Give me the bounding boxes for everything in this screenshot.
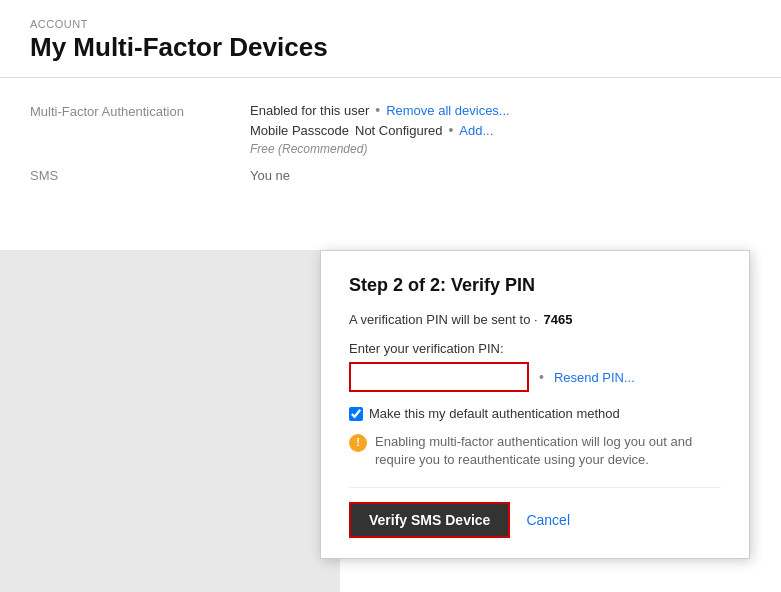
sms-note: You ne <box>250 168 290 183</box>
send-text: A verification PIN will be sent to · <box>349 312 538 327</box>
modal-footer: Verify SMS Device Cancel <box>349 487 721 538</box>
modal-title: Step 2 of 2: Verify PIN <box>349 275 721 296</box>
warning-row: ! Enabling multi-factor authentication w… <box>349 433 721 469</box>
warning-icon: ! <box>349 434 367 452</box>
page-title: My Multi-Factor Devices <box>30 32 751 63</box>
pin-input[interactable] <box>349 362 529 392</box>
overlay-background <box>0 250 340 592</box>
free-row: Free (Recommended) <box>250 142 510 156</box>
bullet-2: • <box>448 122 453 138</box>
cancel-button[interactable]: Cancel <box>526 512 570 528</box>
add-link[interactable]: Add... <box>459 123 493 138</box>
mfa-value: Enabled for this user • Remove all devic… <box>250 102 510 156</box>
default-method-checkbox[interactable] <box>349 407 363 421</box>
mobile-passcode-row: Mobile Passcode Not Configured • Add... <box>250 122 510 138</box>
sms-row: SMS You ne <box>30 168 751 183</box>
pin-number: 7465 <box>544 312 573 327</box>
page-header: ACCOUNT My Multi-Factor Devices <box>0 0 781 78</box>
remove-all-link[interactable]: Remove all devices... <box>386 103 510 118</box>
sms-label: SMS <box>30 168 250 183</box>
mobile-passcode-label: Mobile Passcode <box>250 123 349 138</box>
account-label: ACCOUNT <box>30 18 751 30</box>
warning-text: Enabling multi-factor authentication wil… <box>375 433 721 469</box>
mfa-status: Enabled for this user <box>250 103 369 118</box>
not-configured-status: Not Configured <box>355 123 442 138</box>
bullet-1: • <box>375 102 380 118</box>
verify-sms-button[interactable]: Verify SMS Device <box>349 502 510 538</box>
main-content: Multi-Factor Authentication Enabled for … <box>0 78 781 215</box>
pin-send-row: A verification PIN will be sent to · 746… <box>349 312 721 327</box>
pin-input-row: • Resend PIN... <box>349 362 721 392</box>
mfa-label: Multi-Factor Authentication <box>30 102 250 119</box>
mfa-row: Multi-Factor Authentication Enabled for … <box>30 102 751 156</box>
bullet-3: • <box>539 369 544 385</box>
default-method-row: Make this my default authentication meth… <box>349 406 721 421</box>
free-label: Free (Recommended) <box>250 142 367 156</box>
verify-pin-modal: Step 2 of 2: Verify PIN A verification P… <box>320 250 750 559</box>
enter-pin-label: Enter your verification PIN: <box>349 341 721 356</box>
default-method-label: Make this my default authentication meth… <box>369 406 620 421</box>
mfa-status-row: Enabled for this user • Remove all devic… <box>250 102 510 118</box>
resend-pin-link[interactable]: Resend PIN... <box>554 370 635 385</box>
